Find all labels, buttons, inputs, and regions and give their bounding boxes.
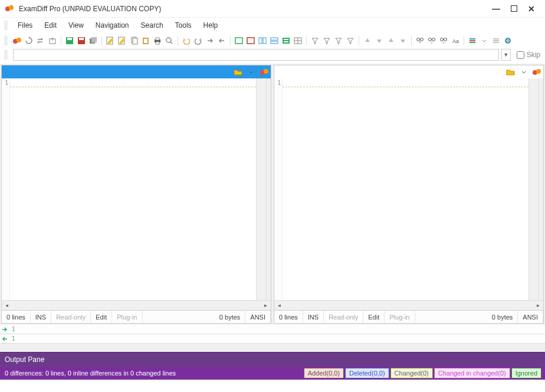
left-status-edit[interactable]: Edit (91, 311, 112, 323)
left-editor[interactable] (10, 78, 256, 300)
left-scrollbar-h[interactable]: ◄ ► (2, 300, 271, 310)
redo-icon[interactable] (193, 35, 203, 46)
svg-line-36 (419, 41, 421, 43)
right-diff-strip[interactable] (539, 78, 543, 300)
edit-right-icon[interactable] (117, 35, 127, 46)
right-pane-header[interactable] (274, 65, 543, 78)
nav-down-icon[interactable] (374, 35, 385, 46)
left-compare-icon[interactable] (258, 67, 271, 77)
view-merged-icon[interactable] (281, 35, 291, 46)
view-grid-icon[interactable] (293, 35, 303, 46)
searchbar-grip[interactable] (5, 50, 8, 60)
left-open-dd-icon[interactable] (245, 67, 258, 77)
list-icon[interactable] (491, 35, 501, 46)
left-pane-header[interactable] (2, 65, 271, 78)
menu-view[interactable]: View (63, 19, 90, 32)
right-scroll-left-icon[interactable]: ◄ (274, 301, 284, 311)
export-icon[interactable] (47, 35, 58, 46)
minimize-button[interactable]: — (487, 3, 505, 15)
options-dd-icon[interactable] (479, 35, 490, 46)
left-scroll-right-icon[interactable]: ► (261, 301, 271, 311)
titlebar: ExamDiff Pro (UNPAID EVALUATION COPY) — … (0, 0, 545, 18)
skip-checkbox[interactable] (517, 51, 524, 59)
nav-row-1[interactable]: 1 (0, 325, 545, 334)
menu-tools[interactable]: Tools (169, 19, 198, 32)
nav-row-2[interactable]: 1 (0, 334, 545, 344)
nav-arrow-right-icon[interactable] (0, 325, 9, 334)
find-text-icon[interactable]: Aa (450, 35, 461, 46)
find-prev-icon[interactable] (438, 35, 449, 46)
legend-added[interactable]: Added(0,0) (304, 368, 344, 378)
svg-rect-25 (263, 38, 266, 44)
right-status-edit[interactable]: Edit (363, 311, 385, 323)
paste-icon[interactable] (140, 35, 151, 46)
search-dropdown[interactable]: ▼ (501, 49, 511, 61)
diff-legend: Added(0,0) Deleted(0,0) Changed(0) Chang… (304, 368, 543, 378)
right-scroll-right-icon[interactable]: ► (533, 301, 543, 311)
menubar: Files Edit View Navigation Search Tools … (0, 18, 545, 33)
right-open-icon[interactable] (504, 67, 517, 77)
find-icon[interactable] (415, 35, 425, 46)
recompare-icon[interactable] (24, 35, 34, 46)
save-left-icon[interactable] (64, 35, 75, 46)
options-icon[interactable] (467, 35, 478, 46)
menu-help[interactable]: Help (198, 19, 224, 32)
right-editor[interactable] (283, 78, 528, 300)
filter4-icon[interactable] (345, 35, 356, 46)
right-scrollbar-v[interactable] (528, 78, 539, 300)
left-open-icon[interactable] (232, 67, 245, 77)
diff-summary-bar: 0 differences: 0 lines, 0 inline differe… (0, 367, 545, 380)
view-vertical-icon[interactable] (257, 35, 268, 46)
left-status-ins: INS (31, 311, 51, 323)
nav-up-alt-icon[interactable] (386, 35, 396, 46)
preview-icon[interactable] (164, 35, 175, 46)
undo-icon[interactable] (181, 35, 192, 46)
output-pane-header[interactable]: Output Pane (0, 353, 545, 367)
svg-point-51 (264, 69, 268, 74)
left-scroll-left-icon[interactable]: ◄ (2, 301, 12, 311)
legend-ignored[interactable]: Ignored (511, 368, 541, 378)
filter2-icon[interactable] (321, 35, 332, 46)
menubar-grip[interactable] (5, 21, 8, 30)
save-right-icon[interactable] (76, 35, 87, 46)
skip-checkbox-label[interactable]: Skip (517, 51, 540, 59)
left-diff-strip[interactable] (266, 78, 271, 300)
svg-rect-27 (271, 41, 278, 44)
menu-edit[interactable]: Edit (38, 19, 63, 32)
nav-up-icon[interactable] (362, 35, 373, 46)
maximize-button[interactable] (505, 3, 523, 15)
save-both-icon[interactable] (88, 35, 99, 46)
find-next-icon[interactable] (426, 35, 437, 46)
filter1-icon[interactable] (310, 35, 320, 46)
print-icon[interactable] (152, 35, 163, 46)
legend-deleted[interactable]: Deleted(0,0) (345, 368, 389, 378)
edit-left-icon[interactable] (105, 35, 116, 46)
view-single-icon[interactable] (234, 35, 244, 46)
menu-files[interactable]: Files (12, 19, 38, 32)
forward-icon[interactable] (205, 35, 215, 46)
right-editor-area: 1 (274, 78, 543, 300)
filter3-icon[interactable] (333, 35, 344, 46)
left-scrollbar-v[interactable] (256, 78, 266, 300)
nav-down-alt-icon[interactable] (398, 35, 408, 46)
menu-navigation[interactable]: Navigation (90, 19, 135, 32)
plugin-icon[interactable] (503, 35, 513, 46)
copy-icon[interactable] (129, 35, 139, 46)
menu-search[interactable]: Search (135, 19, 169, 32)
close-button[interactable]: ✕ (523, 3, 540, 15)
swap-icon[interactable] (35, 35, 46, 46)
svg-rect-29 (284, 39, 288, 40)
right-open-dd-icon[interactable] (517, 67, 530, 77)
compare-icon[interactable] (12, 35, 22, 46)
right-status-bytes: 0 bytes (415, 311, 518, 323)
right-compare-icon[interactable] (530, 67, 543, 77)
right-scrollbar-h[interactable]: ◄ ► (274, 300, 543, 310)
nav-arrow-left-icon[interactable] (0, 335, 9, 343)
search-input[interactable] (13, 49, 499, 61)
view-horizontal-icon[interactable] (269, 35, 280, 46)
back-icon[interactable] (216, 35, 227, 46)
view-single-red-icon[interactable] (245, 35, 256, 46)
toolbar-grip[interactable] (5, 36, 8, 45)
legend-changed[interactable]: Changed(0) (390, 368, 433, 378)
legend-changed-in-changed[interactable]: Changed in changed(0) (434, 368, 510, 378)
